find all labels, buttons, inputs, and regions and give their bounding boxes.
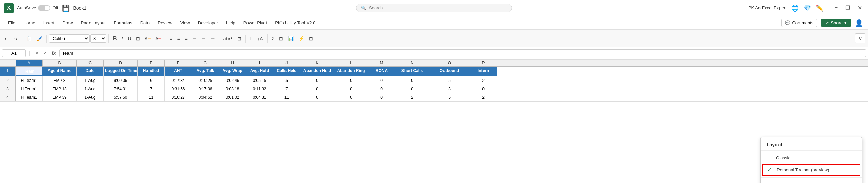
cell-D4[interactable]: 5:57:50: [104, 93, 138, 101]
globe-icon[interactable]: 🌐: [791, 4, 799, 12]
grid-button[interactable]: ⊞: [307, 35, 315, 43]
sort-button[interactable]: ↕A: [255, 35, 265, 43]
table-button[interactable]: ⊞: [277, 35, 285, 43]
cell-L3[interactable]: 0: [334, 85, 368, 93]
col-header-G[interactable]: G: [192, 60, 219, 66]
cell-C4[interactable]: 1-Aug: [77, 93, 104, 101]
cell-J2[interactable]: 5: [273, 76, 300, 85]
cell-G1[interactable]: Avg. Talk: [192, 67, 219, 76]
cell-E3[interactable]: 7: [138, 85, 165, 93]
col-header-A[interactable]: A: [16, 60, 43, 66]
menu-help[interactable]: Help: [223, 19, 239, 27]
menu-insert[interactable]: Insert: [40, 19, 58, 27]
col-header-K[interactable]: K: [300, 60, 334, 66]
cell-D1[interactable]: Logged On Time: [104, 67, 138, 76]
cell-M1[interactable]: RONA: [368, 67, 395, 76]
menu-power-pivot[interactable]: Power Pivot: [240, 19, 270, 27]
layout-personal-toolbar-item[interactable]: ✓ Personal Toolbar (preview): [762, 164, 860, 176]
formula-fx-icon[interactable]: fx: [50, 50, 57, 56]
cell-H1[interactable]: Avg. Wrap: [219, 67, 246, 76]
col-header-F[interactable]: F: [165, 60, 192, 66]
menu-formulas[interactable]: Formulas: [111, 19, 136, 27]
search-box[interactable]: 🔍: [356, 4, 512, 12]
cell-C2[interactable]: 1-Aug: [77, 76, 104, 85]
pivot-button[interactable]: 📊: [286, 35, 296, 43]
cell-I3[interactable]: 0:11:32: [246, 85, 273, 93]
cell-J1[interactable]: Calls Held: [273, 67, 300, 76]
cell-M3[interactable]: 0: [368, 85, 395, 93]
cell-I4[interactable]: 0:04:31: [246, 93, 273, 101]
layout-customize-item[interactable]: Customize...: [761, 179, 862, 183]
menu-page-layout[interactable]: Page Layout: [78, 19, 109, 27]
cell-D2[interactable]: 9:00:06: [104, 76, 138, 85]
cell-P2[interactable]: 2: [470, 76, 497, 85]
cell-F1[interactable]: AHT: [165, 67, 192, 76]
menu-draw[interactable]: Draw: [59, 19, 76, 27]
copy-button[interactable]: 📋: [24, 35, 34, 43]
cell-reference[interactable]: [2, 49, 26, 57]
menu-view[interactable]: View: [177, 19, 193, 27]
share-button[interactable]: ↗ Share ▾: [821, 19, 851, 27]
search-input[interactable]: [369, 5, 507, 10]
cell-K1[interactable]: Abandon Held: [300, 67, 334, 76]
menu-utility[interactable]: PK's Utility Tool V2.0: [272, 19, 319, 27]
cell-P1[interactable]: Intern: [470, 67, 497, 76]
edit-icon[interactable]: ✏️: [816, 4, 823, 12]
menu-home[interactable]: Home: [20, 19, 39, 27]
ribbon-expand-button[interactable]: ∨: [855, 33, 865, 43]
cell-L1[interactable]: Abandon Ring: [334, 67, 368, 76]
formula-input[interactable]: [59, 49, 866, 57]
cell-P3[interactable]: 0: [470, 85, 497, 93]
icon-set-button[interactable]: ⚡: [296, 35, 306, 43]
paint-format-button[interactable]: 🖌️: [35, 35, 44, 43]
col-header-B[interactable]: B: [43, 60, 77, 66]
cell-C3[interactable]: 1-Aug: [77, 85, 104, 93]
border-button[interactable]: ⊞: [134, 35, 142, 43]
menu-data[interactable]: Data: [137, 19, 153, 27]
layout-classic-item[interactable]: Classic: [761, 152, 862, 163]
formula-cancel-icon[interactable]: ✕: [34, 50, 41, 56]
redo-button[interactable]: ↪: [12, 35, 20, 43]
cell-L4[interactable]: 0: [334, 93, 368, 101]
cell-F4[interactable]: 0:10:27: [165, 93, 192, 101]
formula-confirm-icon[interactable]: ✓: [42, 50, 49, 56]
cell-B4[interactable]: EMP 39: [43, 93, 77, 101]
cell-K4[interactable]: 0: [300, 93, 334, 101]
user-icon[interactable]: 👤: [855, 19, 863, 27]
close-button[interactable]: ✕: [855, 4, 864, 12]
col-header-J[interactable]: J: [273, 60, 300, 66]
col-header-N[interactable]: N: [395, 60, 429, 66]
col-header-O[interactable]: O: [429, 60, 470, 66]
cell-E1[interactable]: Handled: [138, 67, 165, 76]
undo-button[interactable]: ↩: [3, 35, 11, 43]
cell-B3[interactable]: EMP 13: [43, 85, 77, 93]
minimize-button[interactable]: −: [833, 4, 840, 12]
row-num-2[interactable]: 2: [0, 76, 16, 85]
autosave-toggle[interactable]: [38, 5, 50, 11]
cell-K2[interactable]: 0: [300, 76, 334, 85]
merge-button[interactable]: ⊡: [235, 35, 243, 43]
col-header-L[interactable]: L: [334, 60, 368, 66]
cell-I2[interactable]: 0:05:15: [246, 76, 273, 85]
cell-N1[interactable]: Short Calls: [395, 67, 429, 76]
cell-D3[interactable]: 7:54:01: [104, 85, 138, 93]
cell-K3[interactable]: 0: [300, 85, 334, 93]
cell-O1[interactable]: Outbound: [429, 67, 470, 76]
font-color-button[interactable]: A▬: [153, 35, 163, 43]
italic-button[interactable]: I: [120, 35, 125, 43]
underline-button[interactable]: U: [125, 35, 133, 43]
cell-H4[interactable]: 0:01:02: [219, 93, 246, 101]
wrap-text-button[interactable]: ab↵: [221, 35, 235, 43]
row-num-4[interactable]: 4: [0, 93, 16, 101]
cell-F3[interactable]: 0:31:56: [165, 85, 192, 93]
cell-H2[interactable]: 0:02:46: [219, 76, 246, 85]
row-num-3[interactable]: 3: [0, 85, 16, 93]
cell-O2[interactable]: 5: [429, 76, 470, 85]
diamond-icon[interactable]: 💎: [804, 4, 811, 12]
sum-button[interactable]: Σ: [270, 35, 277, 43]
number-format-button[interactable]: ⌗: [248, 34, 255, 43]
cell-M2[interactable]: 0: [368, 76, 395, 85]
cell-B2[interactable]: EMP 8: [43, 76, 77, 85]
align-right-button[interactable]: ☰: [209, 35, 217, 43]
col-header-H[interactable]: H: [219, 60, 246, 66]
